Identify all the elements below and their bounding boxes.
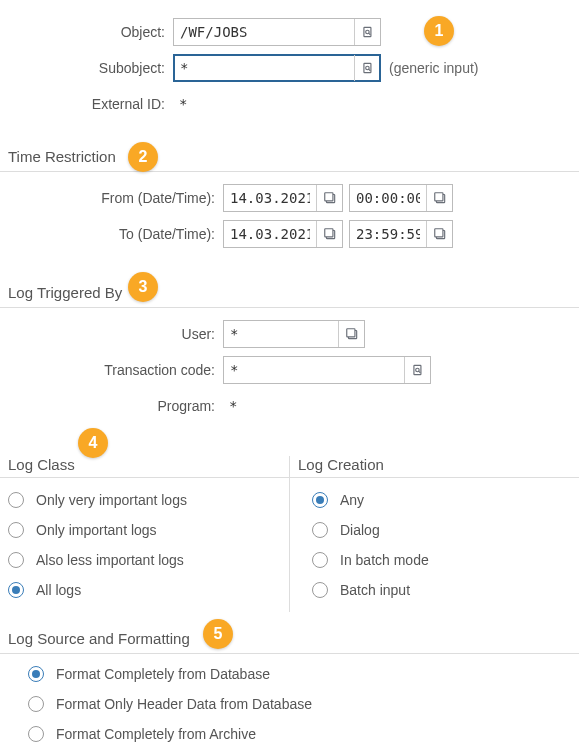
externalid-label: External ID: xyxy=(8,96,173,112)
log-creation-title: Log Creation xyxy=(290,456,579,477)
radio-label: All logs xyxy=(36,582,81,598)
logcreate-opt-dialog[interactable]: Dialog xyxy=(312,522,571,538)
object-label: Object: xyxy=(8,24,173,40)
tcode-input-wrap xyxy=(223,356,431,384)
tcode-input[interactable] xyxy=(224,357,404,383)
from-time-wrap xyxy=(349,184,453,212)
to-date-wrap xyxy=(223,220,343,248)
source-opt-db-full[interactable]: Format Completely from Database xyxy=(28,666,571,682)
marker-5: 5 xyxy=(203,619,233,649)
logcreate-opt-batch[interactable]: In batch mode xyxy=(312,552,571,568)
radio-label: Format Completely from Database xyxy=(56,666,270,682)
tcode-search-icon[interactable] xyxy=(404,357,430,383)
radio-icon xyxy=(312,492,328,508)
class-creation-section: Log Class Only very important logs Only … xyxy=(0,456,579,612)
from-label: From (Date/Time): xyxy=(8,190,223,206)
radio-icon xyxy=(28,696,44,712)
logcreate-opt-batch-input[interactable]: Batch input xyxy=(312,582,571,598)
radio-label: Also less important logs xyxy=(36,552,184,568)
radio-label: Dialog xyxy=(340,522,380,538)
radio-label: In batch mode xyxy=(340,552,429,568)
radio-label: Batch input xyxy=(340,582,410,598)
object-input[interactable] xyxy=(174,19,354,45)
log-class-col: Log Class Only very important logs Only … xyxy=(0,456,290,612)
radio-label: Any xyxy=(340,492,364,508)
radio-icon xyxy=(28,666,44,682)
marker-3: 3 xyxy=(128,272,158,302)
log-triggered-title: Log Triggered By xyxy=(0,284,579,305)
log-source-title: Log Source and Formatting xyxy=(0,630,579,651)
object-input-wrap xyxy=(173,18,381,46)
user-input[interactable] xyxy=(224,321,338,347)
radio-icon xyxy=(8,582,24,598)
subobject-input[interactable] xyxy=(174,55,354,81)
logclass-opt-all[interactable]: All logs xyxy=(8,582,281,598)
radio-icon xyxy=(312,522,328,538)
source-opt-db-header[interactable]: Format Only Header Data from Database xyxy=(28,696,571,712)
to-time-input[interactable] xyxy=(350,221,426,247)
radio-icon xyxy=(8,492,24,508)
radio-icon xyxy=(312,552,328,568)
source-opt-archive[interactable]: Format Completely from Archive xyxy=(28,726,571,742)
subobject-input-wrap xyxy=(173,54,381,82)
from-date-picker-icon[interactable] xyxy=(316,185,342,211)
logcreate-opt-any[interactable]: Any xyxy=(312,492,571,508)
svg-line-18 xyxy=(418,371,420,373)
tcode-label: Transaction code: xyxy=(8,362,223,378)
subobject-label: Subobject: xyxy=(8,60,173,76)
program-label: Program: xyxy=(8,398,223,414)
to-time-picker-icon[interactable] xyxy=(426,221,452,247)
object-search-icon[interactable] xyxy=(354,19,380,45)
from-date-wrap xyxy=(223,184,343,212)
svg-line-2 xyxy=(368,33,370,35)
svg-rect-7 xyxy=(324,193,332,201)
from-time-input[interactable] xyxy=(350,185,426,211)
log-creation-col: Log Creation Any Dialog In batch mode Ba… xyxy=(290,456,579,612)
log-source-section: Log Source and Formatting Format Complet… xyxy=(0,630,579,752)
marker-1: 1 xyxy=(424,16,454,46)
log-class-title: Log Class xyxy=(0,456,289,477)
user-label: User: xyxy=(8,326,223,342)
radio-icon xyxy=(8,552,24,568)
externalid-input[interactable] xyxy=(173,90,571,118)
log-triggered-section: Log Triggered By User: Transaction code:… xyxy=(0,284,579,438)
radio-label: Only important logs xyxy=(36,522,157,538)
marker-2: 2 xyxy=(128,142,158,172)
from-time-picker-icon[interactable] xyxy=(426,185,452,211)
svg-rect-15 xyxy=(346,329,354,337)
logclass-opt-very-important[interactable]: Only very important logs xyxy=(8,492,281,508)
user-multi-icon[interactable] xyxy=(338,321,364,347)
to-label: To (Date/Time): xyxy=(8,226,223,242)
marker-4: 4 xyxy=(78,428,108,458)
svg-rect-11 xyxy=(324,229,332,237)
user-input-wrap xyxy=(223,320,365,348)
svg-line-5 xyxy=(368,69,370,71)
time-restriction-section: Time Restriction From (Date/Time): To (D… xyxy=(0,148,579,266)
time-restriction-title: Time Restriction xyxy=(0,148,579,169)
to-date-picker-icon[interactable] xyxy=(316,221,342,247)
subobject-hint: (generic input) xyxy=(389,60,479,76)
radio-icon xyxy=(312,582,328,598)
svg-rect-13 xyxy=(434,229,442,237)
radio-icon xyxy=(8,522,24,538)
subobject-search-icon[interactable] xyxy=(354,55,380,81)
program-input[interactable] xyxy=(223,392,571,420)
to-time-wrap xyxy=(349,220,453,248)
radio-label: Only very important logs xyxy=(36,492,187,508)
radio-label: Format Completely from Archive xyxy=(56,726,256,742)
to-date-input[interactable] xyxy=(224,221,316,247)
logclass-opt-important[interactable]: Only important logs xyxy=(8,522,281,538)
object-section: Object: Subobject: (generic input) Exter… xyxy=(0,0,579,130)
svg-rect-9 xyxy=(434,193,442,201)
logclass-opt-less-important[interactable]: Also less important logs xyxy=(8,552,281,568)
from-date-input[interactable] xyxy=(224,185,316,211)
radio-label: Format Only Header Data from Database xyxy=(56,696,312,712)
radio-icon xyxy=(28,726,44,742)
